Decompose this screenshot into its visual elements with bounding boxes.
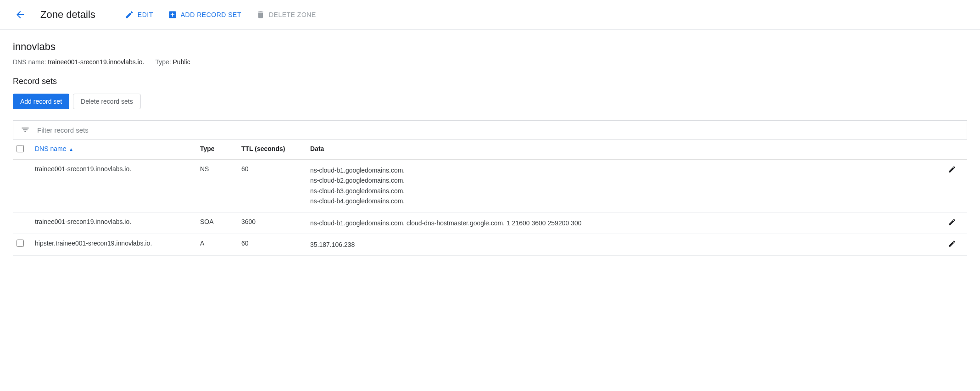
- record-sets-title: Record sets: [13, 77, 967, 86]
- delete-zone-button: DELETE ZONE: [256, 10, 316, 19]
- plus-box-icon: [168, 10, 177, 19]
- row-ttl: 60: [238, 234, 306, 255]
- row-data-line: ns-cloud-b3.googledomains.com.: [310, 186, 941, 196]
- row-edit-cell: [944, 212, 967, 234]
- row-checkbox-cell: [13, 160, 31, 212]
- delete-zone-label: DELETE ZONE: [269, 11, 316, 18]
- row-data-line: 35.187.106.238: [310, 240, 941, 250]
- row-type: SOA: [196, 212, 238, 234]
- row-checkbox-cell: [13, 212, 31, 234]
- row-data: ns-cloud-b1.googledomains.com. cloud-dns…: [306, 212, 944, 234]
- row-data-line: ns-cloud-b4.googledomains.com.: [310, 196, 941, 206]
- type-value: Public: [173, 58, 190, 66]
- add-record-set-button[interactable]: ADD RECORD SET: [168, 10, 241, 19]
- row-edit-cell: [944, 160, 967, 212]
- column-edit: [944, 140, 967, 160]
- column-type[interactable]: Type: [196, 140, 238, 160]
- delete-record-sets-button: Delete record sets: [73, 94, 141, 109]
- trash-icon: [256, 10, 265, 19]
- select-all-checkbox[interactable]: [17, 145, 24, 152]
- header-checkbox-cell: [13, 140, 31, 160]
- table-row: hipster.trainee001-srecon19.innovlabs.io…: [13, 234, 967, 255]
- row-data-line: ns-cloud-b2.googledomains.com.: [310, 175, 941, 185]
- filter-bar: [13, 120, 967, 140]
- column-dns-name-label: DNS name: [35, 145, 66, 152]
- column-ttl[interactable]: TTL (seconds): [238, 140, 306, 160]
- header-actions: EDIT ADD RECORD SET DELETE ZONE: [125, 10, 316, 19]
- pencil-icon: [948, 218, 956, 226]
- row-checkbox[interactable]: [17, 240, 24, 247]
- table-header-row: DNS name ▴ Type TTL (seconds) Data: [13, 140, 967, 160]
- row-data-line: ns-cloud-b1.googledomains.com.: [310, 165, 941, 175]
- back-button[interactable]: [11, 6, 29, 24]
- add-record-set-button-main[interactable]: Add record set: [13, 94, 69, 109]
- edit-row-button[interactable]: [948, 165, 956, 173]
- row-type: A: [196, 234, 238, 255]
- table-row: trainee001-srecon19.innovlabs.io.SOA3600…: [13, 212, 967, 234]
- arrow-back-icon: [15, 9, 26, 20]
- row-edit-cell: [944, 234, 967, 255]
- row-ttl: 3600: [238, 212, 306, 234]
- column-data[interactable]: Data: [306, 140, 944, 160]
- pencil-icon: [948, 165, 956, 173]
- column-dns-name[interactable]: DNS name ▴: [31, 140, 196, 160]
- edit-row-button[interactable]: [948, 218, 956, 226]
- row-data-line: ns-cloud-b1.googledomains.com. cloud-dns…: [310, 218, 941, 228]
- row-dns-name: hipster.trainee001-srecon19.innovlabs.io…: [31, 234, 196, 255]
- record-sets-table: DNS name ▴ Type TTL (seconds) Data train…: [13, 140, 967, 256]
- zone-meta: DNS name: trainee001-srecon19.innovlabs.…: [13, 58, 967, 66]
- add-record-set-label: ADD RECORD SET: [181, 11, 241, 18]
- row-checkbox-cell: [13, 234, 31, 255]
- page-title: Zone details: [40, 9, 95, 21]
- content: innovlabs DNS name: trainee001-srecon19.…: [0, 30, 980, 267]
- filter-icon: [21, 125, 30, 134]
- dns-name-meta: DNS name: trainee001-srecon19.innovlabs.…: [13, 58, 144, 66]
- type-meta: Type: Public: [155, 58, 190, 66]
- pencil-icon: [948, 240, 956, 248]
- filter-input[interactable]: [37, 126, 959, 134]
- row-type: NS: [196, 160, 238, 212]
- pencil-icon: [125, 10, 134, 19]
- edit-button[interactable]: EDIT: [125, 10, 153, 19]
- header-bar: Zone details EDIT ADD RECORD SET DELETE …: [0, 0, 980, 30]
- button-row: Add record set Delete record sets: [13, 94, 967, 109]
- dns-name-label: DNS name:: [13, 58, 46, 66]
- edit-label: EDIT: [138, 11, 153, 18]
- row-data: ns-cloud-b1.googledomains.com.ns-cloud-b…: [306, 160, 944, 212]
- dns-name-value: trainee001-srecon19.innovlabs.io.: [48, 58, 144, 66]
- row-dns-name: trainee001-srecon19.innovlabs.io.: [31, 160, 196, 212]
- sort-ascending-icon: ▴: [70, 146, 72, 152]
- table-row: trainee001-srecon19.innovlabs.io.NS60ns-…: [13, 160, 967, 212]
- row-ttl: 60: [238, 160, 306, 212]
- edit-row-button[interactable]: [948, 240, 956, 248]
- row-data: 35.187.106.238: [306, 234, 944, 255]
- type-label: Type:: [155, 58, 171, 66]
- row-dns-name: trainee001-srecon19.innovlabs.io.: [31, 212, 196, 234]
- zone-name: innovlabs: [13, 41, 967, 53]
